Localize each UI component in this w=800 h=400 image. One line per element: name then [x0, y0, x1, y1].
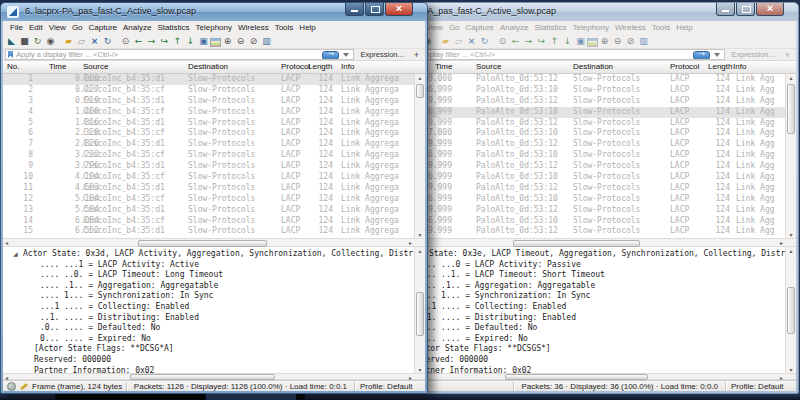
scroll-thumb[interactable] [513, 240, 640, 247]
detail-line[interactable]: ...1 .... = Collecting: Enabled [380, 302, 796, 313]
scroll-down-icon[interactable]: ▾ [415, 231, 425, 238]
column-destination[interactable]: Destination [573, 62, 613, 71]
detail-line[interactable]: .... 1... = Synchronization: In Sync [380, 291, 796, 302]
scroll-up-icon[interactable]: ▴ [786, 74, 796, 81]
status-profile[interactable]: Profile: Default [354, 382, 425, 391]
packet-row[interactable]: 1 0.000 CiscoInc_b4:35:d1 Slow-Protocols… [3, 74, 425, 85]
scroll-right-icon[interactable]: ▸ [780, 239, 783, 246]
detail-line[interactable]: .0.. .... = Defaulted: No [3, 323, 425, 334]
minimize-button[interactable] [345, 3, 364, 16]
zoom-in-icon[interactable]: ⊕ [598, 35, 611, 48]
close-file-icon[interactable]: × [88, 35, 101, 48]
column-length[interactable]: Length [708, 62, 732, 71]
zoom-in-icon[interactable]: ⊕ [221, 35, 234, 48]
detail-line[interactable]: .... .1.. = Aggregation: Aggregatable [3, 281, 425, 292]
save-file-icon[interactable]: ▱ [452, 35, 465, 48]
capture-stop-icon[interactable]: ■ [18, 35, 31, 48]
status-profile[interactable]: Profile: Default [725, 382, 796, 391]
details-hscrollbar[interactable]: ◂ ▸ [380, 373, 796, 380]
chevron-down-icon[interactable] [343, 53, 349, 57]
column-destination[interactable]: Destination [188, 62, 228, 71]
detail-line[interactable]: ..1. .... = Distributing: Enabled [3, 313, 425, 324]
display-filter-input[interactable]: Apply a display filter ... <Ctrl-/> [382, 49, 725, 60]
scroll-thumb[interactable] [505, 374, 648, 380]
go-bottom-icon[interactable]: ↓ [184, 35, 197, 48]
capture-start-icon[interactable]: ◣ [5, 35, 18, 48]
packet-row[interactable]: 119.999 PaloAlto_0d:53:12 Slow-Protocols… [380, 161, 796, 172]
menu-capture[interactable]: Capture [87, 23, 119, 32]
packet-row[interactable]: 67.000 PaloAlto_0d:53:10 Slow-Protocols … [380, 128, 796, 139]
menu-telephony[interactable]: Telephony [194, 23, 234, 32]
packet-row[interactable]: 96.999 PaloAlto_0d:53:10 Slow-Protocols … [380, 150, 796, 161]
menu-capture[interactable]: Capture [464, 23, 496, 32]
detail-line[interactable]: .... .1.. = Aggregation: Aggregatable [380, 281, 796, 292]
scroll-up-icon[interactable]: ▴ [415, 247, 425, 254]
scroll-down-icon[interactable]: ▾ [786, 366, 796, 373]
scroll-thumb[interactable] [787, 287, 795, 334]
scroll-right-icon[interactable]: ▸ [409, 374, 412, 381]
autoscroll-icon[interactable]: ▣ [197, 35, 210, 48]
display-filter-input[interactable]: Apply a display filter ... <Ctrl-/> [5, 49, 354, 60]
menu-statistics[interactable]: Statistics [156, 23, 192, 32]
detail-line[interactable]: .... ...0 = LACP Activity: Passive [380, 260, 796, 271]
packet-row[interactable]: 12 5.104 CiscoInc_b4:35:cf Slow-Protocol… [3, 194, 425, 205]
menu-file[interactable]: File [8, 23, 25, 32]
resize-columns-icon[interactable]: ▥ [260, 35, 273, 48]
chevron-down-icon[interactable] [714, 53, 720, 57]
expert-info-icon[interactable] [7, 382, 16, 391]
close-button[interactable] [385, 3, 413, 16]
menu-analyze[interactable]: Analyze [498, 23, 530, 32]
go-back-icon[interactable]: ← [509, 35, 522, 48]
zoom-out-icon[interactable]: ⊖ [234, 35, 247, 48]
menu-tools[interactable]: Tools [273, 23, 296, 32]
packet-row[interactable]: 89.999 PaloAlto_0d:53:12 Slow-Protocols … [380, 139, 796, 150]
scroll-right-icon[interactable]: ▸ [780, 374, 783, 381]
scroll-up-icon[interactable]: ▴ [415, 74, 425, 81]
go-to-packet-icon[interactable]: ↪ [535, 35, 548, 48]
detail-line[interactable]: 0... .... = Expired: No [380, 334, 796, 345]
packet-row[interactable]: 8 3.232 CiscoInc_b4:35:cf Slow-Protocols… [3, 150, 425, 161]
zoom-100-icon[interactable]: ⊘ [247, 35, 260, 48]
filter-bookmark-icon[interactable] [8, 51, 13, 58]
details-scrollbar[interactable]: ▴ ▾ [785, 247, 796, 373]
packet-row[interactable]: 6.999 PaloAlto_0d:53:10 Slow-Protocols L… [380, 85, 796, 96]
expression-button[interactable]: Expression... [354, 50, 409, 59]
scroll-right-icon[interactable]: ▸ [409, 239, 412, 246]
packet-row[interactable]: 6 2.328 CiscoInc_b4:35:cf Slow-Protocols… [3, 128, 425, 139]
scroll-left-icon[interactable]: ◂ [5, 374, 8, 381]
filter-apply-icon[interactable] [322, 51, 339, 60]
detail-line[interactable]: 0... .... = Expired: No [3, 334, 425, 345]
filter-add-button[interactable]: + [781, 50, 794, 60]
packet-row[interactable]: 126.999 PaloAlto_0d:53:10 Slow-Protocols… [380, 172, 796, 183]
packet-list-hscrollbar[interactable]: ◂ ▸ [3, 238, 425, 247]
packet-row[interactable]: 7 2.826 CiscoInc_b4:35:d1 Slow-Protocols… [3, 139, 425, 150]
find-packet-icon[interactable]: ⊙ [496, 35, 509, 48]
packet-list-scrollbar[interactable]: ▴ ▾ [785, 74, 796, 238]
open-file-icon[interactable]: ▰ [439, 35, 452, 48]
column-time[interactable]: Time [49, 62, 66, 71]
capture-restart-icon[interactable]: ↻ [31, 35, 44, 48]
packet-row[interactable]: 36.999 PaloAlto_0d:53:10 Slow-Protocols … [380, 107, 796, 118]
scroll-thumb[interactable] [416, 292, 424, 336]
scroll-down-icon[interactable]: ▾ [415, 366, 425, 373]
go-forward-icon[interactable]: → [145, 35, 158, 48]
go-top-icon[interactable]: ↑ [548, 35, 561, 48]
detail-line[interactable]: .... ..1. = LACP Timeout: Short Timeout [380, 270, 796, 281]
packet-list-hscrollbar[interactable]: ◂ ▸ [380, 238, 796, 247]
details-scrollbar[interactable]: ▴ ▾ [414, 247, 425, 373]
column-info[interactable]: Info [733, 62, 746, 71]
packet-row[interactable]: 179.999 PaloAlto_0d:53:12 Slow-Protocols… [380, 205, 796, 216]
packet-list-scrollbar[interactable]: ▴ ▾ [414, 74, 425, 238]
detail-line[interactable]: ..1. .... = Distributing: Enabled [380, 313, 796, 324]
packet-row[interactable]: 156.999 PaloAlto_0d:53:10 Slow-Protocols… [380, 194, 796, 205]
packet-row[interactable]: 3 0.919 CiscoInc_b4:35:d1 Slow-Protocols… [3, 96, 425, 107]
detail-line[interactable]: .... ..0. = LACP Timeout: Long Timeout [3, 270, 425, 281]
scroll-thumb[interactable] [787, 84, 795, 134]
detail-line[interactable]: ...1 .... = Collecting: Enabled [3, 302, 425, 313]
menu-wireless[interactable]: Wireless [613, 23, 648, 32]
column-source[interactable]: Source [83, 62, 108, 71]
packet-row[interactable]: 4 1.408 CiscoInc_b4:35:cf Slow-Protocols… [3, 107, 425, 118]
close-button[interactable] [756, 3, 784, 16]
column-protocol[interactable]: Protocol [281, 62, 310, 71]
minimize-button[interactable] [716, 3, 735, 16]
